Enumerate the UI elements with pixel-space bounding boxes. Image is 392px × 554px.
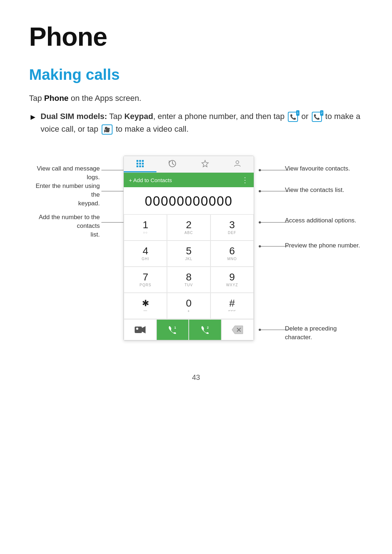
key-7[interactable]: 7 PQRS [124,267,167,293]
key-4[interactable]: 4 GHI [124,241,167,267]
svg-point-15 [259,329,261,331]
video-call-button[interactable] [124,319,156,340]
call-sim2-button[interactable]: 2 [189,319,221,340]
key-6[interactable]: 6 MNO [211,241,254,267]
svg-rect-16 [136,160,138,162]
svg-point-13 [259,245,261,247]
ann-label-add: Add the number to the contactslist. [29,213,100,239]
dual-sim-label: Dual SIM models: [41,112,107,121]
key-1[interactable]: 1 ○○ [124,214,167,241]
svg-rect-20 [139,163,141,165]
phone-number-display: 00000000000 [124,187,254,214]
section-title: Making calls [29,66,363,83]
svg-rect-28 [135,327,142,333]
ann-label-logs: View call and message logs. [29,164,100,182]
intro-text: Tap Phone on the Apps screen. [29,92,363,104]
svg-rect-24 [142,165,144,167]
video-call-icon: 🎥 [102,124,113,135]
svg-rect-21 [142,163,144,165]
svg-point-27 [236,161,239,164]
add-to-contacts-label: + Add to Contacts [129,177,172,183]
svg-rect-18 [142,160,144,162]
delete-button[interactable] [221,319,254,340]
tab-contacts[interactable] [221,156,254,172]
svg-rect-17 [139,160,141,162]
ann-label-contacts: View the contacts list. [285,186,344,194]
svg-rect-19 [136,163,138,165]
svg-marker-29 [142,326,146,333]
call-icon-2: 📞2 [312,112,322,122]
key-3[interactable]: 3 DEF [211,214,254,241]
dialed-number: 00000000000 [145,194,233,209]
call-sim1-button[interactable]: 1 [156,319,189,340]
key-2[interactable]: 2 ABC [167,214,210,241]
tab-keypad[interactable] [124,156,156,172]
key-9[interactable]: 9 WXYZ [211,267,254,293]
key-5[interactable]: 5 JKL [167,241,210,267]
svg-rect-23 [139,165,141,167]
phone-tab-bar [124,156,254,173]
svg-point-7 [259,169,261,171]
ann-label-keypad: Enter the number using thekeypad. [29,182,100,208]
svg-text:1: 1 [174,326,176,329]
key-hash[interactable]: # ↵↵↵ [211,293,254,319]
svg-marker-26 [202,160,208,167]
key-8[interactable]: 8 TUV [167,267,210,293]
tab-recent[interactable] [156,156,189,172]
ann-label-fav: View favourite contacts. [285,164,350,173]
arrow-icon: ► [29,111,37,123]
phone-action-bar: 1 2 [124,319,254,340]
phone-keypad: 1 ○○ 2 ABC 3 DEF 4 GHI 5 JKL 6 MNO [124,214,254,319]
page-number: 43 [29,373,363,382]
page-title: Phone [29,22,363,52]
dual-sim-content: Dual SIM models: Tap Keypad, enter a pho… [41,110,363,135]
svg-text:2: 2 [207,326,209,329]
add-to-contacts-bar[interactable]: + Add to Contacts ⋮ [124,173,254,187]
dual-sim-paragraph: ► Dual SIM models: Tap Keypad, enter a p… [29,110,363,135]
more-options-icon: ⋮ [241,176,249,184]
key-star[interactable]: ✱ — [124,293,167,319]
svg-point-11 [259,221,261,223]
diagram-area: View call and message logs. Enter the nu… [29,148,363,352]
key-0[interactable]: 0 + [167,293,210,319]
phone-mockup: + Add to Contacts ⋮ 00000000000 1 ○○ 2 A… [123,156,254,341]
ann-label-options: Access additional options. [285,216,356,225]
ann-label-delete: Delete a preceding character. [285,324,363,342]
svg-rect-22 [136,165,138,167]
svg-point-30 [136,328,138,330]
svg-point-9 [259,190,261,192]
call-icon-1: 📞1 [288,112,298,122]
ann-label-preview: Preview the phone number. [285,241,360,250]
tab-favorites[interactable] [189,156,221,172]
